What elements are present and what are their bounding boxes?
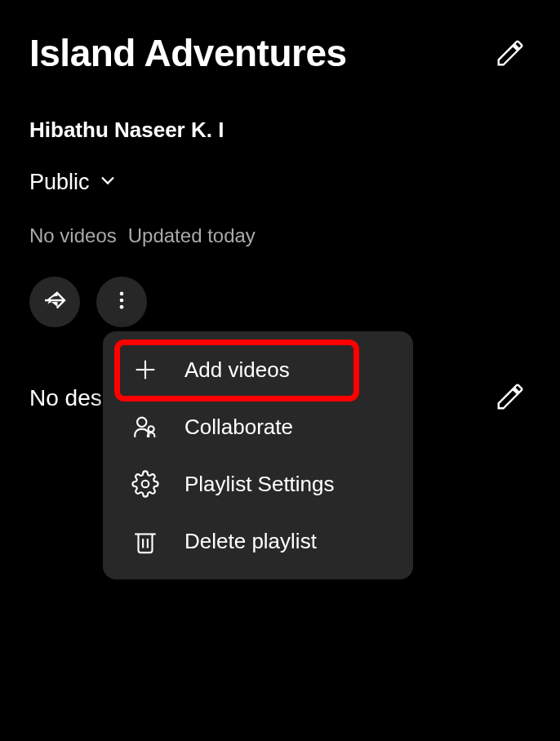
trash-icon — [131, 527, 160, 555]
svg-point-7 — [142, 481, 149, 488]
visibility-dropdown[interactable]: Public — [29, 169, 531, 195]
menu-item-add-videos[interactable]: Add videos — [103, 341, 413, 398]
edit-title-button[interactable] — [490, 33, 531, 77]
pencil-icon — [495, 57, 526, 71]
more-button[interactable] — [96, 277, 147, 327]
menu-item-label: Add videos — [184, 357, 290, 383]
author-name: Hibathu Naseer K. I — [29, 118, 531, 143]
playlist-meta: No videos Updated today — [29, 224, 531, 247]
menu-item-label: Playlist Settings — [184, 472, 335, 497]
svg-point-2 — [120, 305, 124, 309]
share-button[interactable] — [29, 277, 80, 327]
updated-text: Updated today — [128, 224, 256, 247]
playlist-title: Island Adventures — [29, 33, 347, 74]
description-text: No des — [29, 385, 102, 411]
svg-point-6 — [149, 426, 154, 432]
svg-point-5 — [137, 418, 146, 427]
menu-item-label: Collaborate — [184, 415, 293, 440]
menu-item-label: Delete playlist — [184, 529, 317, 554]
plus-icon — [131, 356, 160, 384]
pencil-icon — [495, 401, 526, 415]
share-icon — [42, 287, 68, 317]
svg-point-1 — [120, 299, 124, 303]
menu-item-delete-playlist[interactable]: Delete playlist — [103, 512, 413, 570]
more-menu: Add videos Collaborate Playlist Settings — [103, 331, 413, 579]
menu-item-playlist-settings[interactable]: Playlist Settings — [103, 455, 413, 512]
visibility-label: Public — [29, 170, 90, 195]
menu-item-collaborate[interactable]: Collaborate — [103, 398, 413, 455]
edit-description-button[interactable] — [490, 376, 531, 420]
collaborate-icon — [131, 413, 160, 441]
gear-icon — [131, 470, 160, 498]
video-count: No videos — [29, 224, 117, 247]
more-vertical-icon — [110, 289, 133, 315]
svg-point-0 — [120, 292, 124, 296]
chevron-down-icon — [96, 169, 119, 195]
